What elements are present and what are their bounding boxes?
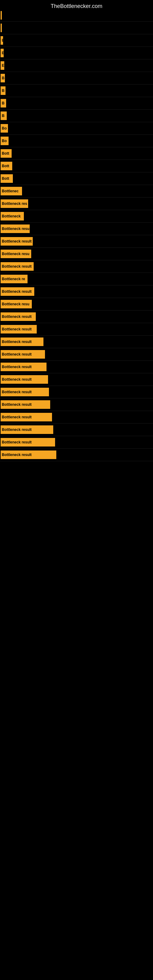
bar-text: Bottleneck result: [2, 340, 32, 344]
bar-text: Bottleneck resu: [2, 252, 29, 256]
bar-fill: [1, 24, 2, 32]
bar-row: Bottleneck result: [0, 449, 153, 461]
bar-row: Bottleneck: [0, 210, 153, 223]
bar-fill: Bottleneck resu: [1, 300, 32, 309]
bar-fill: E: [1, 36, 3, 45]
bar-text: E: [2, 38, 4, 43]
bar-fill: Bottleneck result: [1, 363, 46, 371]
bar-text: B: [2, 76, 5, 80]
bar-fill: B: [1, 74, 5, 83]
bar-row: Bott: [0, 172, 153, 185]
bar-fill: Bott: [1, 174, 13, 183]
bar-row: B: [0, 110, 153, 122]
bar-row: Bottleneck result: [0, 436, 153, 449]
bar-fill: Bottleneck resu: [1, 224, 30, 233]
bar-fill: B: [1, 86, 5, 95]
bar-text: Bottleneck result: [2, 264, 32, 269]
bar-fill: Bottleneck result: [1, 425, 53, 434]
bar-text: B: [2, 114, 5, 118]
bar-text: Bottleneck result: [2, 377, 32, 382]
bar-text: Bottleneck: [2, 214, 21, 218]
bar-text: Bottleneck result: [2, 327, 32, 331]
bar-fill: B: [1, 111, 7, 120]
bar-fill: Bottleneck re: [1, 275, 27, 283]
bar-row: Bottleneck resu: [0, 223, 153, 235]
bar-text: Bottleneck re: [2, 277, 25, 281]
bar-text: Bottleneck result: [2, 315, 32, 319]
bar-row: Bottleneck result: [0, 398, 153, 411]
bar-fill: Bottleneck result: [1, 350, 45, 359]
bar-fill: E: [1, 49, 4, 57]
bar-text: E: [2, 64, 4, 68]
bar-text: B: [2, 101, 5, 105]
bar-fill: Bottleneck res: [1, 199, 28, 208]
bar-row: Bottleneck result: [0, 411, 153, 423]
bar-text: Bottlenec: [2, 189, 19, 193]
bar-fill: Bo: [1, 137, 9, 145]
bar-fill: Bo: [1, 124, 8, 133]
bar-row: B: [0, 97, 153, 110]
bar-fill: Bottleneck result: [1, 312, 36, 321]
bar-row: E: [0, 59, 153, 72]
bar-text: Bottleneck result: [2, 365, 32, 369]
bar-fill: Bottleneck result: [1, 450, 56, 459]
bar-row: Bottleneck resu: [0, 248, 153, 260]
bar-text: Bott: [2, 164, 9, 168]
bar-fill: Bottleneck result: [1, 413, 52, 422]
bar-row: Bott: [0, 160, 153, 172]
bar-row: Bottleneck result: [0, 235, 153, 248]
bar-fill: [1, 11, 2, 20]
bar-row: Bottleneck result: [0, 336, 153, 348]
bar-text: Bottleneck result: [2, 453, 32, 457]
bar-row: Bottleneck result: [0, 260, 153, 273]
bar-fill: Bott: [1, 149, 12, 158]
bar-text: Bott: [2, 151, 9, 156]
bar-text: Bottleneck result: [2, 428, 32, 432]
bar-row: E: [0, 34, 153, 47]
bar-row: Bo: [0, 122, 153, 135]
bar-fill: Bottleneck result: [1, 400, 50, 409]
bar-fill: Bottleneck result: [1, 388, 49, 396]
bar-row: Bott: [0, 147, 153, 160]
bar-fill: E: [1, 61, 4, 70]
bar-row: Bottleneck result: [0, 423, 153, 436]
bar-fill: Bottleneck result: [1, 287, 34, 296]
bar-fill: Bottleneck result: [1, 337, 43, 346]
bar-text: Bottleneck result: [2, 390, 32, 394]
bar-text: Bottleneck result: [2, 440, 32, 444]
bar-fill: Bottlenec: [1, 187, 22, 196]
bar-text: Bottleneck result: [2, 239, 32, 243]
bar-row: Bottlenec: [0, 185, 153, 197]
bar-fill: Bottleneck: [1, 212, 24, 221]
bar-fill: Bottleneck result: [1, 325, 37, 334]
bar-row: [0, 9, 153, 22]
bar-text: Bott: [2, 177, 9, 181]
bar-row: Bottleneck result: [0, 310, 153, 323]
bar-row: Bottleneck result: [0, 373, 153, 386]
bar-text: Bottleneck result: [2, 402, 32, 407]
bar-text: Bottleneck result: [2, 290, 32, 294]
bar-text: B: [2, 89, 5, 93]
bar-fill: Bott: [1, 162, 12, 170]
bar-row: Bottleneck re: [0, 273, 153, 285]
bar-fill: B: [1, 99, 6, 108]
bar-row: Bottleneck result: [0, 323, 153, 336]
bar-row: Bottleneck resu: [0, 298, 153, 310]
bar-text: Bo: [2, 139, 7, 143]
bar-row: Bottleneck res: [0, 197, 153, 210]
bar-fill: Bottleneck result: [1, 237, 33, 246]
bar-text: Bottleneck result: [2, 415, 32, 419]
bar-text: Bo: [2, 126, 7, 130]
bars-container: EEEBBBBBoBoBottBottBottBottlenecBottlene…: [0, 9, 153, 461]
bar-row: Bottleneck result: [0, 348, 153, 361]
bar-row: Bottleneck result: [0, 361, 153, 373]
bar-row: E: [0, 47, 153, 59]
bar-text: E: [2, 51, 4, 55]
bar-text: Bottleneck result: [2, 352, 32, 356]
bar-text: Bottleneck resu: [2, 302, 29, 306]
bar-fill: Bottleneck result: [1, 262, 33, 271]
bar-row: Bo: [0, 135, 153, 147]
bar-row: B: [0, 72, 153, 84]
bar-row: Bottleneck result: [0, 285, 153, 298]
bar-row: B: [0, 84, 153, 97]
